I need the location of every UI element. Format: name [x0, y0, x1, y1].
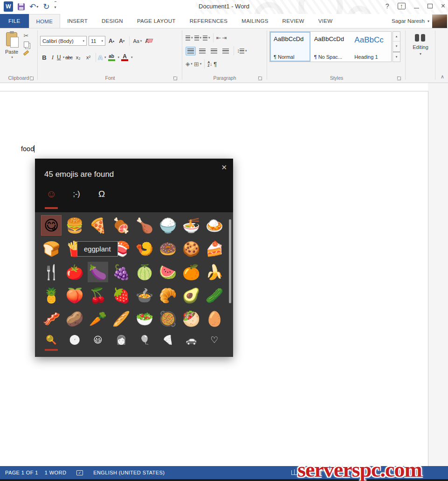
font-color-caret[interactable]: ▾ — [131, 56, 133, 59]
align-center-button[interactable] — [197, 47, 207, 56]
emoji-bread[interactable]: 🍞 — [41, 238, 62, 259]
restore-button[interactable] — [427, 4, 433, 8]
tab-references[interactable]: REFERENCES — [183, 14, 235, 28]
emoji-carrot[interactable]: 🥕 — [88, 308, 108, 329]
subscript-button[interactable]: x₂ — [74, 55, 83, 60]
emoji-eggplant[interactable]: 🍆 — [88, 262, 108, 282]
styles-dialog-launcher-icon[interactable] — [397, 77, 401, 80]
emoji-pineapple[interactable]: 🍍 — [41, 285, 62, 306]
emoji-category-transport[interactable]: 🚗 — [181, 332, 201, 348]
style-card--normal[interactable]: AaBbCcDd¶ Normal — [270, 32, 310, 62]
bold-button[interactable]: B — [40, 54, 48, 61]
underline-caret[interactable]: ▾ — [63, 56, 65, 59]
ribbon-display-options-button[interactable]: ↑ — [398, 3, 406, 9]
web-layout-button[interactable] — [314, 468, 323, 476]
cut-button[interactable]: ✂ — [23, 32, 29, 39]
emoji-tab-emoji[interactable]: ☺ — [44, 188, 58, 200]
tab-file[interactable]: FILE — [0, 14, 29, 28]
emoji-doughnut[interactable]: 🍩 — [158, 238, 178, 259]
highlight-caret[interactable]: ▾ — [118, 56, 120, 59]
shading-caret[interactable]: ▾ — [191, 62, 193, 66]
emoji-avocado[interactable]: 🥑 — [181, 285, 201, 306]
undo-button[interactable]: ↶▾ — [29, 1, 38, 12]
emoji-meat-on-bone[interactable]: 🍖 — [111, 215, 131, 236]
tab-review[interactable]: REVIEW — [276, 14, 311, 28]
text-effects-button[interactable]: A — [98, 54, 103, 61]
text-effects-caret[interactable]: ▾ — [104, 56, 106, 59]
undo-dropdown-caret[interactable]: ▾ — [36, 5, 38, 9]
italic-button[interactable]: I — [49, 54, 56, 61]
emoji-category-recently-used[interactable]: 🕐 — [64, 332, 85, 348]
emoji-curry-rice[interactable]: 🍛 — [204, 215, 225, 236]
sort-button[interactable]: AZ↓ — [207, 61, 212, 67]
customize-qat-button[interactable]: ▾ — [55, 1, 56, 12]
font-dialog-launcher-icon[interactable] — [173, 77, 177, 80]
emoji-category-search[interactable]: 🔍 — [41, 332, 62, 348]
emoji-category-food[interactable]: 🍕 — [158, 332, 178, 348]
paste-button[interactable]: Paste ▾ — [2, 32, 21, 72]
emoji-banana[interactable]: 🍌 — [204, 262, 225, 282]
account-area[interactable]: Sagar Naresh ▾ — [392, 14, 448, 28]
emoji-category-people[interactable]: 👩 — [111, 332, 131, 348]
emoji-tangerine[interactable]: 🍊 — [181, 262, 201, 282]
minimize-button[interactable] — [414, 4, 419, 8]
emoji-tab-kaomoji[interactable]: ;-) — [69, 190, 83, 198]
align-left-button[interactable] — [186, 47, 196, 56]
strikethrough-button[interactable]: abc — [65, 55, 72, 60]
redo-button[interactable]: ↻ — [43, 1, 49, 12]
shading-button[interactable]: ◈▾ — [186, 61, 193, 67]
format-painter-button[interactable] — [23, 50, 29, 52]
tab-home[interactable]: HOME — [29, 14, 61, 28]
emoji-poultry-leg[interactable]: 🍗 — [134, 215, 155, 236]
align-right-button[interactable] — [209, 47, 219, 56]
style-card-heading-1[interactable]: AaBbCcHeading 1 — [351, 32, 391, 62]
emoji-shortcake[interactable]: 🍰 — [204, 238, 225, 259]
emoji-hamburger[interactable]: 🍔 — [64, 215, 85, 236]
emoji-melon[interactable]: 🍈 — [134, 262, 155, 282]
tab-page-layout[interactable]: PAGE LAYOUT — [130, 14, 183, 28]
borders-caret[interactable]: ▾ — [200, 62, 202, 66]
editing-group[interactable]: Editing ▾ — [407, 28, 434, 83]
line-spacing-caret[interactable]: ▾ — [245, 49, 247, 53]
underline-button[interactable]: U — [57, 54, 61, 61]
emoji-cooked-rice[interactable]: 🍚 — [158, 215, 178, 236]
bullets-button[interactable]: ▾ — [186, 35, 193, 41]
emoji-pizza[interactable]: 🍕 — [88, 215, 108, 236]
document-text[interactable]: food — [21, 145, 34, 153]
emoji-category-celebrations[interactable]: 🎈 — [134, 332, 155, 348]
numbering-button[interactable]: ▾ — [194, 35, 202, 41]
font-size-caret[interactable]: ▾ — [101, 39, 103, 43]
print-layout-button[interactable] — [302, 468, 311, 476]
emoji-category-smileys[interactable]: 😃 — [88, 332, 108, 348]
numbering-caret[interactable]: ▾ — [200, 36, 202, 40]
line-spacing-button[interactable]: ↕▾ — [237, 48, 247, 54]
tab-insert[interactable]: INSERT — [60, 14, 95, 28]
emoji-face-savoring-food[interactable]: 😋 — [41, 215, 62, 236]
bullets-caret[interactable]: ▾ — [191, 36, 193, 40]
emoji-cucumber[interactable]: 🥒 — [204, 285, 225, 306]
grow-font-button[interactable]: A▴ — [107, 38, 116, 44]
read-mode-button[interactable] — [290, 468, 299, 476]
decrease-indent-button[interactable]: ⇤ — [216, 35, 221, 41]
emoji-category-symbols[interactable]: ♡ — [204, 332, 225, 348]
clear-formatting-button[interactable]: A — [144, 38, 151, 44]
emoji-cookie[interactable]: 🍪 — [181, 238, 201, 259]
change-case-button[interactable]: Aa▾ — [133, 38, 142, 44]
emoji-bacon[interactable]: 🥓 — [41, 308, 62, 329]
multilevel-list-button[interactable]: ▾ — [203, 35, 210, 41]
emoji-strawberry[interactable]: 🍓 — [111, 285, 131, 306]
emoji-panel-scrollbar[interactable] — [229, 219, 231, 303]
language-indicator[interactable]: ENGLISH (UNITED STATES) — [93, 470, 165, 475]
emoji-pot-of-food[interactable]: 🍲 — [134, 285, 155, 306]
borders-button[interactable]: ⊞▾ — [194, 61, 201, 68]
emoji-panel-close-icon[interactable]: ✕ — [221, 163, 227, 172]
document-area[interactable]: food ✕ 45 emojis are found ☺;-)Ω 😋🍔🍕🍖🍗🍚🍜… — [0, 83, 448, 466]
increase-indent-button[interactable]: ⇥ — [222, 35, 227, 41]
emoji-shallow-pan-of-food[interactable]: 🥘 — [158, 308, 178, 329]
shrink-font-button[interactable]: A▾ — [117, 38, 126, 44]
styles-scroll-up-button[interactable]: ▴ — [393, 32, 400, 42]
editing-dropdown-caret[interactable]: ▾ — [407, 52, 434, 56]
word-logo-icon[interactable]: W — [4, 1, 13, 12]
emoji-egg[interactable]: 🥚 — [204, 308, 225, 329]
paste-dropdown-caret[interactable]: ▾ — [11, 56, 13, 59]
